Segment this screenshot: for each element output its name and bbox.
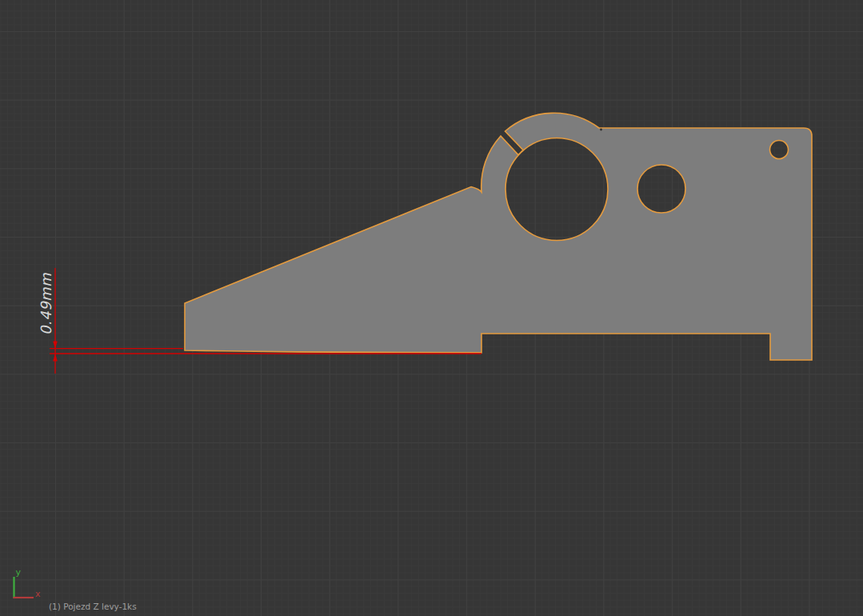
dimension-value: 0.49mm [38,273,54,335]
active-object-label: (1) Pojezd Z levy-1ks [49,602,137,611]
axis-gizmo: y x [14,567,42,599]
dimension-arrow-up-icon [53,354,58,362]
x-axis-label: x [35,589,41,599]
part-profile[interactable] [185,113,812,360]
vertex-dot [600,129,602,131]
dimension-arrow-down-icon [53,342,58,350]
y-axis-label: y [16,567,22,578]
viewport-3d[interactable]: 0.49mm y x (1) Pojezd Z levy-1ks [0,0,863,616]
cad-canvas: 0.49mm y x [0,0,863,616]
